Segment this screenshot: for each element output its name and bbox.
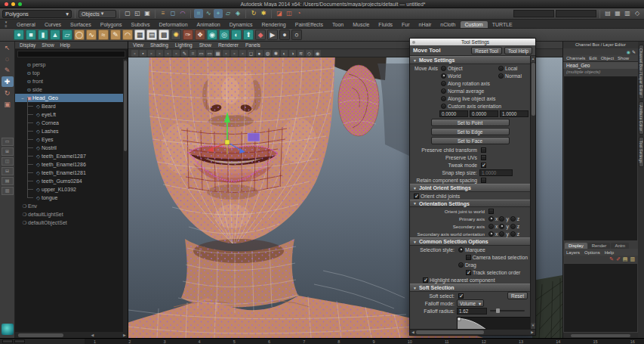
camera-based-checkbox[interactable]: ✓ xyxy=(466,255,471,260)
grid-icon[interactable]: ⌗ xyxy=(190,50,196,57)
option-checkbox[interactable]: ✓ xyxy=(481,163,486,168)
layer-edit-icon[interactable]: ✎ xyxy=(609,256,614,262)
sidebar-vertical-tab[interactable]: Tool Settings xyxy=(639,137,644,167)
poly-cylinder-icon[interactable]: ▮ xyxy=(38,29,48,40)
absolute-transform-field[interactable] xyxy=(513,10,554,17)
custom-axis-y-field[interactable]: 0.0000 xyxy=(470,110,498,117)
poly-plane-icon[interactable]: ▱ xyxy=(62,29,72,40)
collapse-icon[interactable]: − xyxy=(20,96,26,101)
snap-step-field[interactable]: 1.0000 xyxy=(479,169,513,176)
new-scene-icon[interactable]: ▢ xyxy=(123,9,132,18)
outliner-item-camera[interactable]: ⊙ top xyxy=(15,69,128,77)
outliner-item-mesh[interactable]: ◇ Beard xyxy=(15,102,128,110)
scroll-right-icon[interactable]: ▶ xyxy=(122,333,128,337)
sidebar-vertical-tab[interactable]: Channel Box / Layer Editor xyxy=(639,45,644,99)
poly-cone-icon[interactable]: ▲ xyxy=(50,29,60,40)
set-axis-button[interactable]: Set to Edge xyxy=(431,128,510,135)
tool-settings-vertical-scrollbar[interactable]: ▲ ▼ xyxy=(530,56,535,329)
shelf-tab[interactable]: Dynamics xyxy=(225,21,257,28)
safe-title-icon[interactable]: ▫ xyxy=(239,50,246,57)
set-axis-button[interactable]: Set to Face xyxy=(431,137,510,144)
orient-world-checkbox[interactable]: ✓ xyxy=(488,209,494,214)
move-settings-section-header[interactable]: ▼ Move Settings xyxy=(410,56,530,64)
layout-hypershade[interactable]: ▥ xyxy=(2,187,14,195)
falloff-radius-field[interactable]: 1.62 xyxy=(457,308,487,315)
shelf-tab[interactable]: General xyxy=(12,21,40,28)
scale-tool[interactable]: ▣ xyxy=(2,99,14,110)
isolate-select-icon[interactable]: ◉ xyxy=(314,50,321,57)
snap-point-icon[interactable]: ⌖ xyxy=(214,9,223,18)
make-live-icon[interactable]: ◈ xyxy=(233,9,242,18)
shelf-tab[interactable]: nHair xyxy=(414,21,436,28)
lock-camera-icon[interactable]: ▪ xyxy=(140,50,146,57)
outliner-filter-field[interactable] xyxy=(17,51,125,57)
soft-select-checkbox[interactable]: ✓ xyxy=(458,293,464,299)
marquee-radio[interactable] xyxy=(458,247,464,253)
soft-selection-section-header[interactable]: ▼ Soft Selection xyxy=(410,284,530,292)
menu-set-dropdown[interactable]: Polygons ▾ xyxy=(2,10,72,18)
channel-box-toggle-icon[interactable]: ▥ xyxy=(623,9,632,18)
outliner-item-mesh[interactable]: ◇ tongue xyxy=(15,194,128,202)
render-view-icon[interactable]: ▦ xyxy=(134,29,145,40)
option-checkbox[interactable]: ✓ xyxy=(481,147,486,153)
outliner-item-set[interactable]: ❍ defaultObjectSet xyxy=(15,218,128,227)
attribute-editor-toggle-icon[interactable]: ▤ xyxy=(603,9,612,18)
layer-scrollbar[interactable] xyxy=(563,333,638,338)
white-ball-icon[interactable]: ○ xyxy=(291,29,302,40)
shelf-tab[interactable]: Deformation xyxy=(154,21,192,28)
mirror-geometry-icon[interactable]: ◐ xyxy=(231,29,242,40)
axis-z-radio[interactable] xyxy=(510,216,516,222)
axis-local-radio[interactable] xyxy=(498,66,504,71)
reset-tool-button[interactable]: Reset Tool xyxy=(471,47,502,54)
highlight-nearest-checkbox[interactable]: ✓ xyxy=(423,277,428,283)
viewport-menu-item[interactable]: Lighting xyxy=(175,42,193,48)
bookmark-icon[interactable]: ▫ xyxy=(156,50,163,57)
layer-editor-tab[interactable]: Render xyxy=(588,243,611,249)
layer-editor-menu-item[interactable]: Options xyxy=(584,250,600,255)
custom-axis-x-field[interactable]: 0.0000 xyxy=(439,110,468,117)
render-settings-icon[interactable]: ◔ xyxy=(294,9,304,18)
shelf-tab[interactable]: Rendering xyxy=(257,21,290,28)
title-bar[interactable]: Autodesk Maya 2014 x64: /Users/Documents… xyxy=(0,0,644,8)
create-layer-from-selected-icon[interactable]: ▥ xyxy=(630,256,635,262)
shelf-tab[interactable]: Polygons xyxy=(96,21,127,28)
option-checkbox[interactable]: ✓ xyxy=(481,155,486,160)
xray-icon[interactable]: ◇ xyxy=(306,50,313,57)
drag-radio[interactable] xyxy=(458,262,464,268)
motion-blur-icon[interactable]: ≋ xyxy=(297,50,304,57)
textured-icon[interactable]: ◍ xyxy=(264,50,271,57)
lock-channels-icon[interactable]: ◉ xyxy=(627,49,630,54)
selected-node-name[interactable]: Head_Geo xyxy=(563,62,638,69)
custom-axis-z-field[interactable]: 1.0000 xyxy=(500,110,528,117)
falloff-curve-ramp[interactable] xyxy=(457,317,530,329)
falloff-radius-slider[interactable] xyxy=(490,310,525,311)
axis-y-radio[interactable] xyxy=(499,216,504,222)
modeling-toolkit-toggle-icon[interactable]: ◇ xyxy=(633,9,642,18)
axis-z-radio[interactable] xyxy=(510,231,516,237)
snap-curve-icon[interactable]: ∿ xyxy=(204,9,213,18)
viewport-menu-item[interactable]: Panels xyxy=(245,42,260,48)
tool-settings-window[interactable]: Tool Settings Move Tool Reset Tool Tool … xyxy=(409,38,536,336)
outliner-item-camera[interactable]: ⊙ front xyxy=(15,77,128,85)
minimize-window-button[interactable] xyxy=(11,2,15,6)
outliner-item-mesh[interactable]: ◇ Cornea xyxy=(15,119,128,127)
layer-list[interactable] xyxy=(564,264,637,332)
shadows-icon[interactable]: ◐ xyxy=(281,50,288,57)
axis-normal-average-radio[interactable] xyxy=(441,88,446,94)
axis-world-radio[interactable] xyxy=(441,73,446,79)
persp-view-thumbnail-button[interactable] xyxy=(2,324,14,335)
open-scene-icon[interactable]: ◱ xyxy=(133,9,142,18)
outliner-menu-item[interactable]: Help xyxy=(60,42,70,48)
set-axis-button[interactable]: Set to Point xyxy=(431,119,510,126)
ear-mesh[interactable] xyxy=(338,65,379,136)
image-plane-icon[interactable]: ▫ xyxy=(165,50,171,57)
time-slider[interactable]: 12345678910111213141516 xyxy=(0,338,644,344)
extrude-icon[interactable]: ⬆ xyxy=(243,29,254,40)
light-icon[interactable]: ✺ xyxy=(171,29,181,40)
field-chart-icon[interactable]: ▫ xyxy=(223,50,230,57)
sculpt-icon[interactable]: ❖ xyxy=(195,29,205,40)
outliner-item-selected-group[interactable]: − ▣ Head_Geo xyxy=(15,94,128,102)
playblast-icon[interactable]: ▶ xyxy=(267,29,278,40)
outliner-item-mesh[interactable]: ◇ eyeLft xyxy=(15,110,128,119)
outliner-item-mesh[interactable]: ◇ Lashes xyxy=(15,127,128,135)
